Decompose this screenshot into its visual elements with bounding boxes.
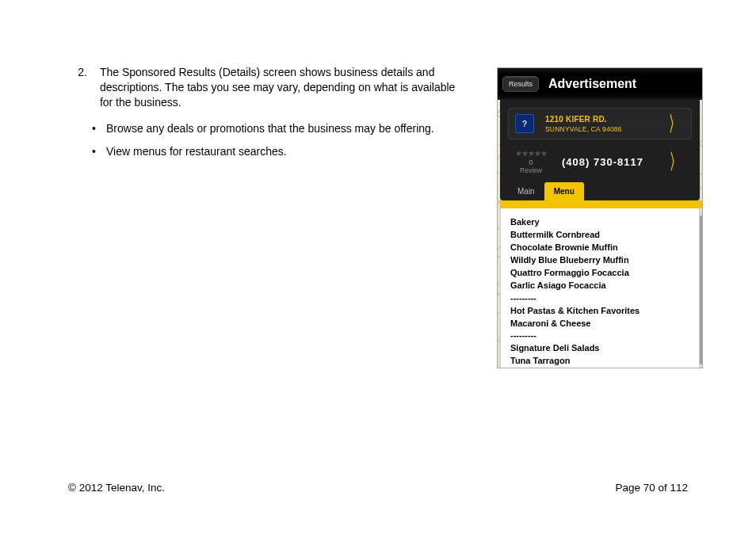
phone-screenshot: Results Advertisement ? 1210 KIFER RD. S… (497, 67, 703, 368)
menu-item: Quattro Formaggio Focaccia (510, 267, 689, 280)
scrollbar[interactable] (700, 216, 703, 364)
bullet-item: Browse any deals or promotions that the … (106, 121, 464, 136)
menu-separator: --------- (510, 292, 689, 305)
list-paragraph: The Sponsored Results (Details) screen s… (100, 65, 464, 110)
menu-item: Hot Pastas & Kitchen Favorites (510, 305, 689, 318)
bullet-item: View menus for restaurant searches. (106, 144, 464, 159)
address-row[interactable]: ? 1210 KIFER RD. SUNNYVALE, CA 94086 〉 (508, 108, 692, 139)
results-back-button[interactable]: Results (502, 76, 539, 92)
chevron-right-icon: 〉 (669, 113, 680, 134)
business-card: ? 1210 KIFER RD. SUNNYVALE, CA 94086 〉 ★… (500, 100, 700, 200)
menu-item: Wildly Blue Blueberry Muffin (510, 254, 689, 267)
menu-item: Tuna Tarragon (510, 355, 689, 368)
page-number: Page 70 of 112 (615, 482, 688, 494)
bullet-icon: • (92, 144, 106, 159)
menu-panel: Bakery Buttermilk Cornbread Chocolate Br… (500, 208, 700, 368)
page-footer: © 2012 Telenav, Inc. Page 70 of 112 (68, 482, 688, 494)
menu-item: Macaroni & Cheese (510, 318, 689, 330)
review-label: Review (514, 166, 548, 174)
review-count: 0 (514, 158, 548, 166)
copyright: © 2012 Telenav, Inc. (68, 482, 165, 494)
tab-menu[interactable]: Menu (544, 182, 584, 200)
list-number: 2. (68, 65, 87, 80)
tabs-row: Main Menu (508, 182, 692, 200)
bullet-list: • Browse any deals or promotions that th… (92, 121, 464, 159)
menu-item: Signature Deli Salads (510, 342, 689, 355)
tab-underline (500, 200, 700, 208)
screen-title: Advertisement (548, 77, 636, 91)
address-line2: SUNNYVALE, CA 94086 (545, 125, 659, 133)
chevron-right-icon: 〉 (670, 151, 681, 172)
bullet-icon: • (92, 121, 106, 136)
phone-topbar: Results Advertisement (498, 68, 702, 100)
tab-main[interactable]: Main (508, 182, 544, 200)
menu-item: Buttermilk Cornbread (510, 229, 689, 242)
phone-row[interactable]: ★★★★★ 0 Review (408) 730-8117 〉 (508, 146, 692, 181)
rating-stars-icon: ★★★★★ (514, 149, 548, 158)
menu-item: Garlic Asiago Focaccia (510, 280, 689, 292)
address-line1: 1210 KIFER RD. (545, 115, 659, 124)
menu-item: Chocolate Brownie Muffin (510, 242, 689, 254)
document-body: 2. The Sponsored Results (Details) scree… (68, 65, 464, 158)
phone-number: (408) 730-8117 (562, 156, 660, 168)
business-logo-icon: ? (515, 114, 534, 133)
menu-separator: --------- (510, 330, 689, 342)
menu-item: Bakery (510, 216, 689, 229)
